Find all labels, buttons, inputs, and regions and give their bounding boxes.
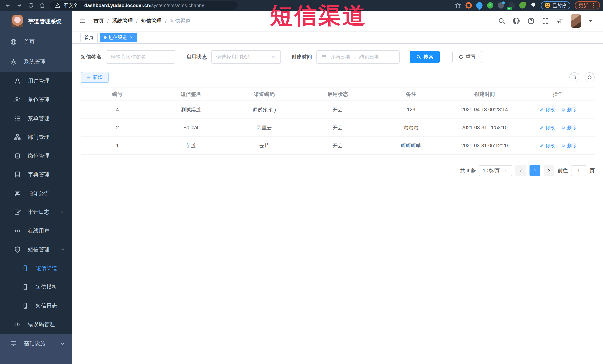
home-icon[interactable] xyxy=(39,2,45,8)
sidebar-item-sms-channel[interactable]: 短信渠道 xyxy=(0,259,72,278)
font-size-icon[interactable] xyxy=(556,17,564,25)
ext-gray-dot-icon[interactable] xyxy=(498,2,504,9)
sidebar-item-infrastructure[interactable]: 基础设施 xyxy=(0,334,72,353)
sidebar-item-dept-management[interactable]: 部门管理 xyxy=(0,128,72,146)
forward-icon[interactable] xyxy=(16,2,22,8)
search-icon xyxy=(416,55,421,59)
sidebar-item-error-code[interactable]: 错误码管理 xyxy=(0,315,72,334)
ext-green-check-icon[interactable]: ✓ xyxy=(487,2,493,9)
url-text[interactable]: dashboard.yudao.iocoder.cn/system/sms/sm… xyxy=(84,3,206,8)
ext-leaf-icon[interactable] xyxy=(519,2,526,9)
edit-label: 修改 xyxy=(545,125,555,131)
breadcrumb-home[interactable]: 首页 xyxy=(93,17,104,24)
delete-button[interactable]: 删除 xyxy=(561,143,576,149)
cell-code: 调试(钉钉) xyxy=(228,106,301,113)
goto-page-input[interactable] xyxy=(571,165,586,176)
chevron-left-icon xyxy=(518,168,523,173)
github-icon[interactable] xyxy=(512,17,520,25)
ext-location-pin-icon[interactable] xyxy=(475,1,484,10)
sidebar-item-label: 部门管理 xyxy=(28,133,49,141)
search-button[interactable]: 搜索 xyxy=(410,51,440,63)
ext-on-badge-icon[interactable]: on xyxy=(509,2,515,9)
edit-button[interactable]: 修改 xyxy=(540,125,555,131)
sidebar-fold-icon[interactable] xyxy=(79,17,86,25)
help-icon[interactable] xyxy=(527,17,535,25)
update-button[interactable]: 更新 ⋮ xyxy=(575,1,600,10)
cell-code: 阿里云 xyxy=(228,124,301,131)
sidebar-item-label: 系统管理 xyxy=(24,58,46,66)
reset-button[interactable]: 重置 xyxy=(452,51,482,63)
tag-label: 短信渠道 xyxy=(108,34,127,41)
sidebar-item-system-management[interactable]: 系统管理 xyxy=(0,52,72,72)
caret-down-icon[interactable] xyxy=(588,19,593,23)
app-logo-row[interactable]: 芋道管理系统 xyxy=(0,11,72,32)
sidebar-item-label: 错误码管理 xyxy=(28,321,55,328)
sidebar-item-dict-management[interactable]: 字典管理 xyxy=(0,165,72,184)
breadcrumb-system[interactable]: 系统管理 xyxy=(112,17,133,24)
url-host: dashboard.yudao.iocoder.cn xyxy=(84,3,150,8)
tags-view-bar: 首页 短信渠道 × xyxy=(72,32,603,44)
sidebar-item-sms-template[interactable]: 短信模板 xyxy=(0,278,72,296)
dictionary-icon xyxy=(14,171,21,178)
omnibox-divider xyxy=(81,3,81,8)
sidebar-item-home[interactable]: 首页 xyxy=(0,32,72,52)
trash-icon xyxy=(561,126,566,130)
extensions-puzzle-icon[interactable] xyxy=(530,2,536,9)
refresh-table-button[interactable] xyxy=(585,72,595,82)
delete-button[interactable]: 删除 xyxy=(561,107,576,113)
back-icon[interactable] xyxy=(5,2,11,8)
user-icon xyxy=(14,78,21,84)
sign-input[interactable] xyxy=(106,50,175,64)
chevron-down-icon xyxy=(60,341,65,346)
sidebar-item-audit-log[interactable]: 审计日志 xyxy=(0,203,72,221)
breadcrumb-sms[interactable]: 短信管理 xyxy=(141,17,162,24)
delete-button[interactable]: 删除 xyxy=(561,125,576,131)
profile-paused-badge[interactable]: 已暂停 xyxy=(541,1,570,10)
sidebar-item-post-management[interactable]: 岗位管理 xyxy=(0,146,72,165)
toggle-search-button[interactable] xyxy=(569,72,580,82)
chevron-right-icon xyxy=(546,168,551,173)
menu-list-icon xyxy=(14,115,21,122)
browser-menu-icon[interactable]: ⋮ xyxy=(591,3,596,8)
tag-sms-channel[interactable]: 短信渠道 × xyxy=(100,33,137,42)
search-icon[interactable] xyxy=(498,17,505,25)
sidebar-item-label: 短信渠道 xyxy=(36,265,57,272)
tag-home[interactable]: 首页 xyxy=(80,33,98,42)
ext-orange-ring-icon[interactable] xyxy=(465,2,472,9)
reload-icon[interactable] xyxy=(28,2,34,8)
sidebar-item-menu-management[interactable]: 菜单管理 xyxy=(0,109,72,128)
sidebar-bottom-section: 基础设施 xyxy=(0,334,72,364)
table-toolbar: 新增 xyxy=(81,72,595,83)
sidebar-item-label: 短信日志 xyxy=(36,302,57,309)
current-page-button[interactable]: 1 xyxy=(530,165,540,176)
sidebar-item-online-users[interactable]: 在线用户 xyxy=(0,221,72,240)
chevron-up-icon xyxy=(60,247,65,252)
bookmark-star-icon[interactable] xyxy=(455,2,461,9)
edit-button[interactable]: 修改 xyxy=(540,107,555,113)
date-range-picker[interactable]: 开始日期 - 结束日期 xyxy=(316,50,400,64)
sidebar-item-sms-management[interactable]: 短信管理 xyxy=(0,240,72,259)
add-button[interactable]: 新增 xyxy=(81,72,109,83)
sidebar-item-sms-log[interactable]: 短信日志 xyxy=(0,296,72,315)
sidebar-item-user-management[interactable]: 用户管理 xyxy=(0,72,72,90)
not-secure-label[interactable]: 不安全 xyxy=(63,2,78,9)
edit-button[interactable]: 修改 xyxy=(540,143,555,149)
fullscreen-icon[interactable] xyxy=(542,17,549,25)
cell-id: 4 xyxy=(81,107,154,112)
col-header-status: 启用状态 xyxy=(301,91,374,98)
next-page-button[interactable] xyxy=(544,165,554,176)
cell-created: 2021-04-13 00:23:14 xyxy=(448,107,521,112)
avatar[interactable] xyxy=(571,14,581,28)
cell-sign: 测试渠道 xyxy=(154,106,228,113)
browser-extensions-area: ✓ on 已暂停 更新 ⋮ xyxy=(455,1,603,10)
prev-page-button[interactable] xyxy=(515,165,526,176)
sidebar-item-role-management[interactable]: 角色管理 xyxy=(0,90,72,109)
status-select[interactable]: 请选择启用状态 xyxy=(211,50,281,64)
sidebar-item-announcement[interactable]: 通知公告 xyxy=(0,184,72,203)
tag-close-icon[interactable]: × xyxy=(130,35,132,40)
page-size-select[interactable]: 10条/页 xyxy=(479,165,512,176)
address-bar[interactable]: 不安全 dashboard.yudao.iocoder.cn/system/sm… xyxy=(50,1,238,10)
status-select-placeholder: 请选择启用状态 xyxy=(216,54,251,60)
edit-icon xyxy=(540,108,544,112)
breadcrumb-current: 短信渠道 xyxy=(170,17,191,24)
